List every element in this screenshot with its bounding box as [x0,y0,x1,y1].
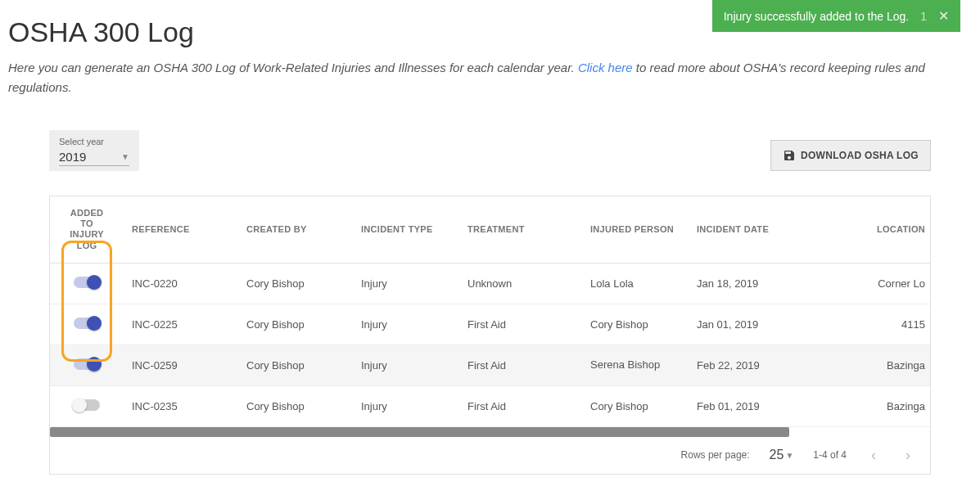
subtitle-text-pre: Here you can generate an OSHA 300 Log of… [8,61,578,74]
chevron-down-icon: ▼ [121,152,129,161]
reference-cell: INC-0220 [124,263,238,304]
subtitle-link[interactable]: Click here [578,61,633,74]
created-by-cell: Cory Bishop [238,345,353,385]
location-cell: Corner Lo [803,263,930,304]
reference-cell: INC-0259 [124,345,238,385]
treatment-cell: First Aid [459,385,582,426]
reference-cell: INC-0235 [124,385,238,426]
added-to-log-toggle[interactable] [74,277,100,288]
toast-close-icon[interactable]: ✕ [938,8,949,24]
incident-date-cell: Jan 01, 2019 [689,304,803,345]
download-button-label: DOWNLOAD OSHA LOG [801,150,919,161]
table-row: INC-0259Cory BishopInjuryFirst AidSerena… [50,345,930,385]
treatment-cell: First Aid [459,345,582,385]
treatment-cell: Unknown [459,263,582,304]
toggle-cell [50,345,124,385]
success-toast: Injury successfully added to the Log. 1 … [712,0,960,32]
chevron-down-icon: ▼ [785,451,793,460]
incident-date-cell: Feb 01, 2019 [689,385,803,426]
table-row: INC-0235Cory BishopInjuryFirst AidCory B… [50,385,930,426]
incident-date-cell: Feb 22, 2019 [689,345,803,385]
location-cell: 4115 [803,304,930,345]
rows-per-page-value: 25 [770,448,784,462]
horizontal-scrollbar[interactable] [50,427,930,437]
table-row: INC-0225Cory BishopInjuryFirst AidCory B… [50,304,930,345]
treatment-cell: First Aid [459,304,582,345]
added-to-log-toggle[interactable] [74,399,100,411]
incident-type-cell: Injury [353,263,459,304]
injured-person-cell: Cory Bishop [582,304,689,345]
next-page-button[interactable]: › [901,447,915,464]
save-icon [783,149,796,162]
toggle-cell [50,385,124,426]
year-select[interactable]: Select year 2019 ▼ [49,130,139,171]
page-subtitle: Here you can generate an OSHA 300 Log of… [8,58,972,97]
col-injured-person: INJURED PERSON [582,196,689,263]
toggle-cell [50,263,124,304]
table-row: INC-0220Cory BishopInjuryUnknownLola Lol… [50,263,930,304]
injured-person-cell: Serena Bishop [582,345,689,385]
col-added-to-log: ADDED TO INJURY LOG [50,196,124,263]
rows-per-page-select[interactable]: 25 ▼ [770,448,794,462]
col-created-by: CREATED BY [238,196,353,263]
injured-person-cell: Lola Lola [582,263,689,304]
col-reference: REFERENCE [124,196,238,263]
rows-per-page-label: Rows per page: [681,449,750,461]
col-location: LOCATION [803,196,930,263]
reference-cell: INC-0225 [124,304,238,345]
injured-person-cell: Cory Bishop [582,385,689,426]
location-cell: Bazinga [803,345,930,385]
year-select-label: Select year [59,137,129,146]
created-by-cell: Cory Bishop [238,385,353,426]
toggle-cell [50,304,124,345]
added-to-log-toggle[interactable] [74,318,100,329]
year-select-value: 2019 [59,150,86,164]
added-to-log-toggle[interactable] [74,358,100,370]
created-by-cell: Cory Bishop [238,304,353,345]
col-incident-date: INCIDENT DATE [689,196,803,263]
prev-page-button[interactable]: ‹ [866,447,881,464]
incident-date-cell: Jan 18, 2019 [689,263,803,304]
toast-count: 1 [920,10,927,23]
download-osha-log-button[interactable]: DOWNLOAD OSHA LOG [770,140,931,171]
toast-message: Injury successfully added to the Log. [724,10,909,23]
col-treatment: TREATMENT [459,196,582,263]
table-footer: Rows per page: 25 ▼ 1-4 of 4 ‹ › [50,437,930,474]
incident-type-cell: Injury [353,304,459,345]
created-by-cell: Cory Bishop [238,263,353,304]
incident-type-cell: Injury [353,385,459,426]
incident-type-cell: Injury [353,345,459,385]
injury-log-table: ADDED TO INJURY LOG REFERENCE CREATED BY… [49,196,931,475]
col-incident-type: INCIDENT TYPE [353,196,459,263]
pagination-range: 1-4 of 4 [813,449,847,461]
location-cell: Bazinga [803,385,930,426]
